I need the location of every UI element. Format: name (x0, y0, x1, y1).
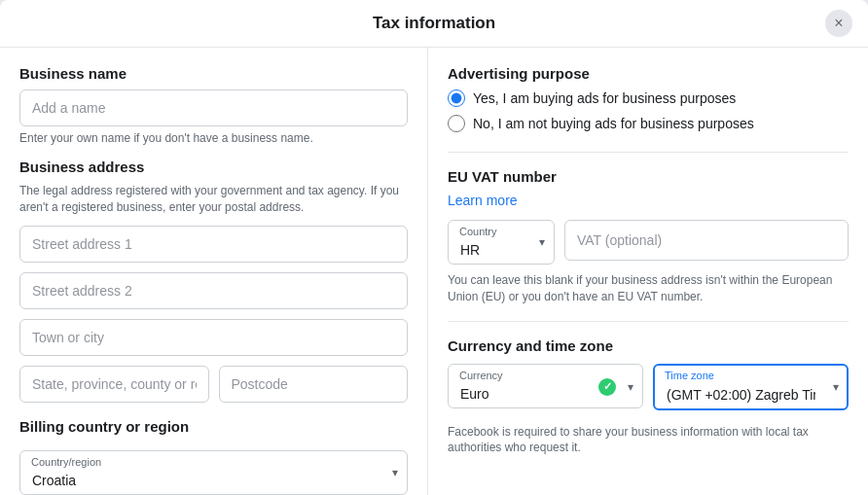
advertising-no-label: No, I am not buying ads for business pur… (473, 116, 754, 131)
modal: Tax information × Business name Enter yo… (0, 0, 868, 495)
modal-title: Tax information (373, 14, 495, 33)
vat-helper-text: You can leave this blank if your busines… (448, 272, 849, 305)
street1-group (19, 226, 408, 263)
modal-header: Tax information × (0, 0, 868, 48)
vat-country-select[interactable]: HR DE FR (448, 220, 555, 265)
business-name-section: Business name Enter your own name if you… (19, 65, 408, 145)
billing-label: Billing country or region (19, 418, 408, 435)
billing-country-select[interactable]: Croatia Germany France United States (19, 450, 408, 495)
business-address-section: Business address The legal address regis… (19, 159, 408, 403)
currency-row: Currency Euro US Dollar British Pound ▾ … (448, 364, 849, 410)
vat-label: EU VAT number (448, 168, 849, 185)
vat-country-wrapper: Country HR DE FR ▾ (448, 220, 555, 265)
currency-label: Currency and time zone (448, 337, 849, 354)
business-name-label: Business name (19, 65, 408, 82)
timezone-select[interactable]: (GMT +02:00) Zagreb Time (GMT +00:00) UT… (653, 364, 849, 410)
state-postcode-row (19, 366, 408, 403)
advertising-no-option[interactable]: No, I am not buying ads for business pur… (448, 115, 849, 132)
billing-country-wrapper: Country/region Croatia Germany France Un… (19, 450, 408, 495)
fb-note-text: Facebook is required to share your busin… (448, 424, 849, 457)
modal-body: Business name Enter your own name if you… (0, 48, 868, 495)
vat-input-wrapper (564, 220, 849, 265)
vat-number-input[interactable] (564, 220, 849, 261)
street-address-1-input[interactable] (19, 226, 408, 263)
currency-select[interactable]: Euro US Dollar British Pound (448, 364, 643, 408)
business-name-input[interactable] (19, 89, 408, 126)
postcode-input[interactable] (219, 366, 409, 403)
advertising-yes-label: Yes, I am buying ads for business purpos… (473, 90, 736, 106)
business-address-sublabel: The legal address registered with your g… (19, 183, 408, 216)
currency-section: Currency and time zone Currency Euro US … (448, 337, 849, 457)
timezone-select-wrapper: Time zone (GMT +02:00) Zagreb Time (GMT … (653, 364, 849, 410)
town-group (19, 319, 408, 356)
vat-country-select-wrapper: Country HR DE FR ▾ (448, 220, 555, 265)
state-input[interactable] (19, 366, 209, 403)
advertising-section: Advertising purpose Yes, I am buying ads… (448, 65, 849, 132)
right-panel: Advertising purpose Yes, I am buying ads… (428, 48, 868, 495)
advertising-no-radio[interactable] (448, 115, 465, 132)
currency-select-wrapper: Currency Euro US Dollar British Pound ▾ (448, 364, 643, 410)
vat-row: Country HR DE FR ▾ (448, 220, 849, 265)
street2-group (19, 272, 408, 309)
street-address-2-input[interactable] (19, 272, 408, 309)
divider-1 (448, 152, 849, 153)
vat-section: EU VAT number Learn more Country HR DE F… (448, 168, 849, 305)
advertising-label: Advertising purpose (448, 65, 849, 82)
vat-learn-more-link[interactable]: Learn more (448, 193, 518, 208)
advertising-yes-option[interactable]: Yes, I am buying ads for business purpos… (448, 89, 849, 107)
advertising-yes-radio[interactable] (448, 89, 465, 107)
town-input[interactable] (19, 319, 408, 356)
divider-2 (448, 321, 849, 322)
left-panel: Business name Enter your own name if you… (0, 48, 428, 495)
business-address-label: Business address (19, 159, 408, 175)
modal-close-button[interactable]: × (825, 10, 852, 37)
business-name-helper: Enter your own name if you don't have a … (19, 131, 408, 145)
billing-section: Billing country or region Country/region… (19, 418, 408, 495)
